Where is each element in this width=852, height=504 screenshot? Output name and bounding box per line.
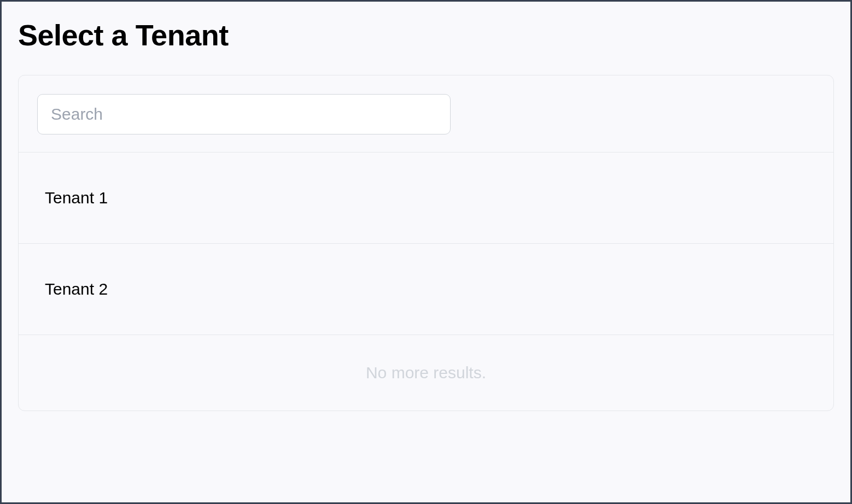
tenant-list-card: Tenant 1 Tenant 2 No more results. xyxy=(18,75,834,411)
page-title: Select a Tenant xyxy=(18,18,834,52)
tenant-list-item[interactable]: Tenant 1 xyxy=(19,153,833,244)
search-section xyxy=(19,75,833,153)
tenant-item-label: Tenant 2 xyxy=(45,280,108,298)
search-input[interactable] xyxy=(37,94,451,134)
no-more-results-message: No more results. xyxy=(19,335,833,411)
tenant-list-item[interactable]: Tenant 2 xyxy=(19,244,833,335)
tenant-item-label: Tenant 1 xyxy=(45,189,108,207)
tenant-selector-container: Select a Tenant Tenant 1 Tenant 2 No mor… xyxy=(2,2,850,502)
